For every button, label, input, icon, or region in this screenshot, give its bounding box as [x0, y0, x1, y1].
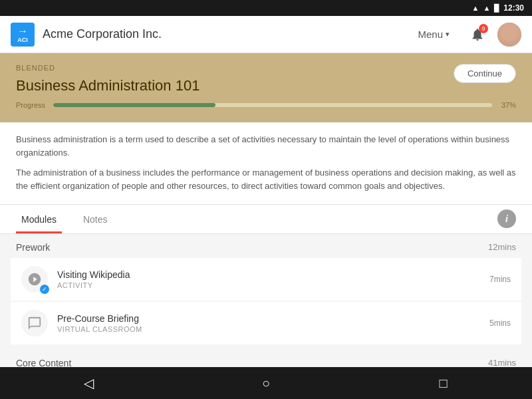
- avatar-image: [497, 23, 521, 47]
- hero-banner: Continue BLENDED Business Administration…: [0, 53, 532, 122]
- module-duration: 5mins: [489, 319, 511, 328]
- notification-badge: 9: [479, 24, 488, 33]
- signal-icon: ▲: [483, 4, 490, 12]
- description-para-2: The administration of a business include…: [16, 166, 516, 193]
- info-icon-button[interactable]: i: [497, 209, 516, 228]
- menu-label: Menu: [418, 29, 443, 40]
- company-name: Acme Corporation Inc.: [43, 27, 402, 41]
- continue-button[interactable]: Continue: [454, 64, 516, 83]
- back-button[interactable]: ◁: [75, 370, 102, 396]
- notification-button[interactable]: 9: [466, 23, 489, 47]
- blended-badge: BLENDED: [16, 64, 516, 72]
- top-nav: → ACI Acme Corporation Inc. Menu ▾ 9: [0, 16, 532, 53]
- module-type: VIRTUAL CLASSROOM: [57, 325, 480, 333]
- tab-modules[interactable]: Modules: [16, 205, 62, 233]
- tab-notes[interactable]: Notes: [78, 205, 113, 233]
- status-bar: ▲ ▲ ▉ 12:30: [0, 0, 532, 16]
- module-icon-classroom: [21, 310, 48, 336]
- module-icon-activity: ✓: [21, 266, 48, 293]
- module-visiting-wikipedia[interactable]: ✓ Visiting Wikipedia ACTIVITY 7mins: [11, 258, 521, 301]
- section-prework-title: Prework: [16, 242, 50, 253]
- description-para-1: Business administration is a term used t…: [16, 133, 516, 160]
- course-title: Business Administration 101: [16, 77, 516, 94]
- progress-bar-fill: [53, 103, 215, 107]
- classroom-icon: [27, 316, 42, 331]
- menu-button[interactable]: Menu ▾: [410, 23, 458, 45]
- module-pre-course-briefing[interactable]: Pre-Course Briefing VIRTUAL CLASSROOM 5m…: [11, 302, 521, 344]
- recents-button[interactable]: □: [430, 370, 457, 396]
- module-type: ACTIVITY: [57, 281, 480, 289]
- module-name: Pre-Course Briefing: [57, 313, 480, 324]
- progress-percentage: 37%: [497, 101, 516, 109]
- progress-label: Progress: [16, 101, 48, 109]
- wifi-icon: ▲: [472, 4, 479, 12]
- tabs-bar: Modules Notes i: [0, 205, 532, 234]
- battery-icon: ▉: [494, 4, 499, 13]
- module-info: Visiting Wikipedia ACTIVITY: [57, 269, 480, 289]
- app-logo: → ACI: [11, 23, 35, 47]
- description-area: Business administration is a term used t…: [0, 122, 532, 205]
- progress-bar-background: [53, 103, 492, 107]
- section-prework-header: Prework 12mins: [0, 234, 532, 258]
- section-prework-duration: 12mins: [488, 242, 516, 252]
- time-display: 12:30: [503, 3, 524, 13]
- module-name: Visiting Wikipedia: [57, 269, 480, 280]
- bottom-nav: ◁ ○ □: [0, 367, 532, 399]
- section-core-duration: 41mins: [488, 358, 516, 368]
- logo-arrow: →: [17, 26, 28, 37]
- progress-row: Progress 37%: [16, 101, 516, 109]
- module-duration: 7mins: [489, 275, 511, 284]
- home-button[interactable]: ○: [253, 370, 279, 396]
- module-info: Pre-Course Briefing VIRTUAL CLASSROOM: [57, 313, 480, 333]
- logo-text: ACI: [17, 37, 28, 43]
- activity-icon: [27, 272, 42, 287]
- avatar[interactable]: [497, 23, 521, 47]
- completed-badge: ✓: [40, 285, 49, 294]
- chevron-down-icon: ▾: [446, 30, 450, 39]
